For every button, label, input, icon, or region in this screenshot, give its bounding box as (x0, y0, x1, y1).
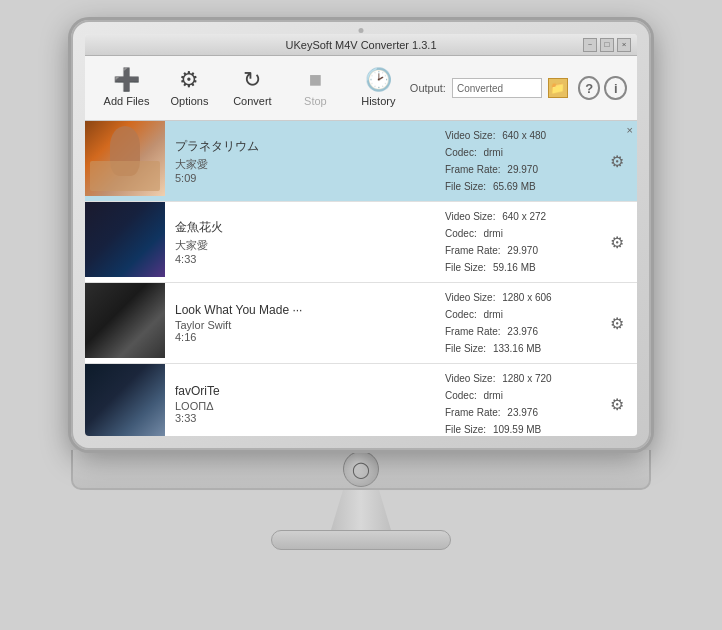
file-settings-button[interactable]: ⚙ (606, 393, 628, 415)
thumb-image (85, 121, 165, 196)
thumbnail (85, 364, 165, 436)
video-size-value: 1280 x 606 (502, 289, 552, 306)
file-title: Look What You Made ··· (175, 303, 427, 317)
history-label: History (361, 95, 395, 107)
file-size-label: File Size: (445, 421, 486, 436)
frame-rate-value: 29.970 (507, 242, 538, 259)
convert-button[interactable]: ↻ Convert (221, 58, 284, 118)
file-info: プラネタリウム 大家愛 5:09 (165, 121, 437, 201)
history-icon: 🕑 (365, 69, 392, 91)
monitor-camera (359, 28, 364, 33)
app-title: UKeySoft M4V Converter 1.3.1 (285, 39, 436, 51)
codec-label: Codec: (445, 387, 477, 404)
history-button[interactable]: 🕑 History (347, 58, 410, 118)
file-artist: LOОΠΔ (175, 400, 427, 412)
close-item-button[interactable]: × (627, 125, 633, 136)
frame-rate-label: Frame Rate: (445, 323, 501, 340)
thumb-image (85, 202, 165, 277)
options-button[interactable]: ⚙ Options (158, 58, 221, 118)
file-info: favOriTe LOОΠΔ 3:33 (165, 364, 437, 436)
maximize-button[interactable]: □ (600, 38, 614, 52)
file-size-label: File Size: (445, 178, 486, 195)
codec-value: drmi (483, 306, 502, 323)
file-meta: Video Size: 1280 x 720 Codec: drmi Frame… (437, 364, 597, 436)
codec-label: Codec: (445, 306, 477, 323)
file-actions: ⚙ (597, 202, 637, 282)
output-input[interactable] (452, 78, 542, 98)
thumbnail (85, 121, 165, 201)
frame-rate-value: 23.976 (507, 404, 538, 421)
file-meta: Video Size: 640 x 272 Codec: drmi Frame … (437, 202, 597, 282)
stop-icon: ■ (309, 69, 322, 91)
file-duration: 3:33 (175, 412, 427, 424)
file-settings-button[interactable]: ⚙ (606, 312, 628, 334)
folder-button[interactable]: 📁 (548, 78, 568, 98)
video-size-label: Video Size: (445, 127, 495, 144)
video-size-value: 640 x 272 (502, 208, 546, 225)
frame-rate-value: 23.976 (507, 323, 538, 340)
file-size-value: 59.16 MB (493, 259, 536, 276)
monitor: UKeySoft M4V Converter 1.3.1 － □ × ➕ Add… (61, 20, 661, 610)
frame-rate-label: Frame Rate: (445, 161, 501, 178)
file-title: favOriTe (175, 384, 427, 398)
monitor-screen: UKeySoft M4V Converter 1.3.1 － □ × ➕ Add… (85, 34, 637, 436)
close-button[interactable]: × (617, 38, 631, 52)
video-size-value: 1280 x 720 (502, 370, 552, 387)
add-files-label: Add Files (104, 95, 150, 107)
file-artist: 大家愛 (175, 157, 427, 172)
monitor-chin: ◯ (71, 450, 651, 490)
codec-value: drmi (483, 144, 502, 161)
minimize-button[interactable]: － (583, 38, 597, 52)
file-duration: 4:33 (175, 253, 427, 265)
file-item[interactable]: × プラネタリウム 大家愛 5:09 Video Size: 6 (85, 121, 637, 202)
file-item[interactable]: 金魚花火 大家愛 4:33 Video Size: 640 x 272 Code… (85, 202, 637, 283)
file-item[interactable]: favOriTe LOОΠΔ 3:33 Video Size: 1280 x 7… (85, 364, 637, 436)
codec-label: Codec: (445, 144, 477, 161)
video-size-label: Video Size: (445, 289, 495, 306)
title-bar: UKeySoft M4V Converter 1.3.1 － □ × (85, 34, 637, 56)
convert-icon: ↻ (243, 69, 261, 91)
video-size-value: 640 x 480 (502, 127, 546, 144)
thumb-image (85, 364, 165, 436)
power-button[interactable]: ◯ (343, 451, 379, 487)
monitor-stand-base (271, 530, 451, 550)
thumb-image (85, 283, 165, 358)
title-bar-controls: － □ × (583, 38, 631, 52)
frame-rate-label: Frame Rate: (445, 242, 501, 259)
file-artist: 大家愛 (175, 238, 427, 253)
file-settings-button[interactable]: ⚙ (606, 150, 628, 172)
add-files-button[interactable]: ➕ Add Files (95, 58, 158, 118)
file-size-value: 65.69 MB (493, 178, 536, 195)
info-button[interactable]: i (604, 76, 627, 100)
file-actions: ⚙ (597, 364, 637, 436)
video-size-label: Video Size: (445, 370, 495, 387)
file-info: Look What You Made ··· Taylor Swift 4:16 (165, 283, 437, 363)
file-duration: 4:16 (175, 331, 427, 343)
file-size-value: 109.59 MB (493, 421, 541, 436)
file-title: プラネタリウム (175, 138, 427, 155)
file-item[interactable]: Look What You Made ··· Taylor Swift 4:16… (85, 283, 637, 364)
file-title: 金魚花火 (175, 219, 427, 236)
video-size-label: Video Size: (445, 208, 495, 225)
help-button[interactable]: ? (578, 76, 601, 100)
output-area: Output: 📁 (410, 78, 568, 98)
codec-value: drmi (483, 225, 502, 242)
stop-label: Stop (304, 95, 327, 107)
codec-label: Codec: (445, 225, 477, 242)
file-meta: Video Size: 1280 x 606 Codec: drmi Frame… (437, 283, 597, 363)
stop-button[interactable]: ■ Stop (284, 58, 347, 118)
add-files-icon: ➕ (113, 69, 140, 91)
file-size-label: File Size: (445, 340, 486, 357)
file-artist: Taylor Swift (175, 319, 427, 331)
monitor-stand-neck (331, 490, 391, 530)
convert-label: Convert (233, 95, 272, 107)
app-window: UKeySoft M4V Converter 1.3.1 － □ × ➕ Add… (85, 34, 637, 436)
toolbar: ➕ Add Files ⚙ Options ↻ Convert ■ Stop (85, 56, 637, 121)
file-list: × プラネタリウム 大家愛 5:09 Video Size: 6 (85, 121, 637, 436)
frame-rate-value: 29.970 (507, 161, 538, 178)
file-settings-button[interactable]: ⚙ (606, 231, 628, 253)
thumbnail (85, 202, 165, 282)
thumbnail (85, 283, 165, 363)
file-meta: Video Size: 640 x 480 Codec: drmi Frame … (437, 121, 597, 201)
file-info: 金魚花火 大家愛 4:33 (165, 202, 437, 282)
